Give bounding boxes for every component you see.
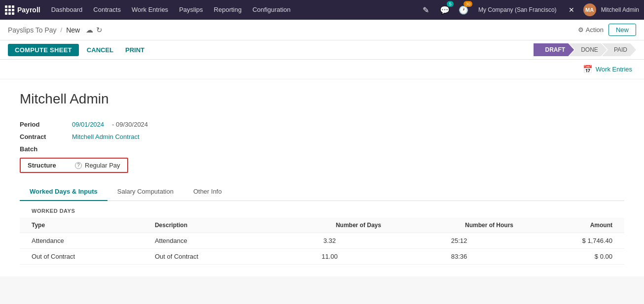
tab-salary-computation[interactable]: Salary Computation [107, 183, 183, 201]
action-button[interactable]: ⚙ Action [578, 26, 604, 34]
breadcrumb-parent[interactable]: Payslips To Pay [8, 26, 57, 34]
cell-hours: 25:12 [393, 233, 525, 249]
structure-help-icon[interactable]: ? [75, 162, 82, 169]
tabs-bar: Worked Days & Inputs Salary Computation … [20, 183, 624, 201]
cell-type: Out of Contract [20, 249, 143, 265]
contract-label: Contract [20, 133, 64, 140]
batch-label: Batch [20, 145, 64, 153]
structure-value[interactable]: Regular Pay [85, 162, 120, 169]
status-done[interactable]: DONE [569, 43, 607, 56]
nav-reporting[interactable]: Reporting [210, 0, 246, 20]
work-entries-label: Work Entries [596, 66, 632, 73]
cell-amount: $ 0.00 [525, 249, 624, 265]
compute-sheet-button[interactable]: COMPUTE SHEET [8, 44, 79, 56]
refresh-icon[interactable]: ↻ [96, 26, 103, 34]
col-days: Number of Days [266, 218, 393, 233]
gear-icon: ⚙ [578, 26, 584, 34]
cancel-button[interactable]: CANCEL [83, 44, 117, 56]
breadcrumb-separator: / [61, 26, 63, 34]
col-type: Type [20, 218, 143, 233]
table-row[interactable]: Attendance Attendance 3.32 25:12 $ 1,746… [20, 233, 624, 249]
period-dash: - 09/30/2024 [112, 121, 148, 128]
cell-days: 11.00 [266, 249, 393, 265]
period-label: Period [20, 121, 64, 128]
support-icon[interactable]: ✎ [419, 3, 433, 17]
new-button[interactable]: New [608, 24, 636, 36]
nav-contracts[interactable]: Contracts [89, 0, 125, 20]
breadcrumb-icons: ☁ ↻ [86, 26, 103, 34]
avatar[interactable]: MA [583, 3, 596, 16]
table-row[interactable]: Out of Contract Out of Contract 11.00 83… [20, 249, 624, 265]
nav-configuration[interactable]: Configuration [249, 0, 294, 20]
work-entries-button[interactable]: 📅 Work Entries [583, 65, 632, 74]
messages-badge: 5 [447, 1, 454, 7]
messages-icon[interactable]: 💬 5 [438, 3, 452, 17]
form-fields: Period 09/01/2024 - 09/30/2024 Contract … [20, 121, 624, 173]
employee-name: Mitchell Admin [20, 91, 624, 107]
user-name: Mitchell Admin [601, 6, 639, 13]
contract-value[interactable]: Mitchell Admin Contract [72, 133, 140, 140]
structure-row: Structure ? Regular Pay [20, 158, 624, 173]
activity-icon[interactable]: 🕐 30 [457, 3, 470, 17]
worked-days-section-title: WORKED DAYS [20, 201, 624, 218]
company-name: My Company (San Francisco) [478, 6, 557, 13]
breadcrumb-current: New [66, 26, 80, 34]
grid-icon [5, 5, 14, 15]
cell-days: 3.32 [266, 233, 393, 249]
cell-hours: 83:36 [393, 249, 525, 265]
col-amount: Amount [525, 218, 624, 233]
batch-row: Batch [20, 145, 624, 153]
calendar-icon: 📅 [583, 65, 593, 74]
nav-work-entries[interactable]: Work Entries [128, 0, 172, 20]
status-paid[interactable]: PAID [602, 43, 636, 56]
cell-amount: $ 1,746.40 [525, 233, 624, 249]
structure-label: Structure [28, 162, 72, 169]
breadcrumb-bar: Payslips To Pay / New ☁ ↻ ⚙ Action New [0, 20, 644, 40]
status-draft[interactable]: DRAFT [534, 43, 574, 56]
structure-box: Structure ? Regular Pay [20, 158, 128, 173]
print-button[interactable]: PRINT [121, 44, 148, 56]
nav-payslips[interactable]: Payslips [175, 0, 207, 20]
nav-icons: ✎ 💬 5 🕐 30 My Company (San Francisco) ✕ … [419, 3, 639, 17]
tab-other-info[interactable]: Other Info [183, 183, 232, 201]
cloud-upload-icon[interactable]: ☁ [86, 26, 93, 34]
main-content: 📅 Work Entries Mitchell Admin Period 09/… [0, 60, 644, 304]
cell-description: Attendance [143, 233, 266, 249]
period-row: Period 09/01/2024 - 09/30/2024 [20, 121, 624, 128]
cell-description: Out of Contract [143, 249, 266, 265]
action-label: Action [586, 26, 604, 34]
toolbar: COMPUTE SHEET CANCEL PRINT DRAFT DONE PA… [0, 40, 644, 60]
top-navigation: Payroll Dashboard Contracts Work Entries… [0, 0, 644, 20]
contract-row: Contract Mitchell Admin Contract [20, 133, 624, 140]
form-card: 📅 Work Entries Mitchell Admin Period 09/… [0, 60, 644, 276]
col-hours: Number of Hours [393, 218, 525, 233]
nav-dashboard[interactable]: Dashboard [47, 0, 87, 20]
period-start[interactable]: 09/01/2024 [72, 121, 104, 128]
wrench-icon[interactable]: ✕ [565, 3, 578, 17]
activity-badge: 30 [464, 1, 472, 7]
form-body: Mitchell Admin Period 09/01/2024 - 09/30… [0, 79, 644, 276]
worked-days-table: Type Description Number of Days Number o… [20, 218, 624, 265]
breadcrumb-right: ⚙ Action New [578, 24, 636, 36]
col-description: Description [143, 218, 266, 233]
app-name: Payroll [17, 6, 40, 14]
status-pipeline: DRAFT DONE PAID [534, 43, 636, 56]
app-logo[interactable]: Payroll [5, 5, 40, 15]
work-entries-bar: 📅 Work Entries [0, 60, 644, 79]
cell-type: Attendance [20, 233, 143, 249]
tab-worked-days[interactable]: Worked Days & Inputs [20, 183, 107, 201]
